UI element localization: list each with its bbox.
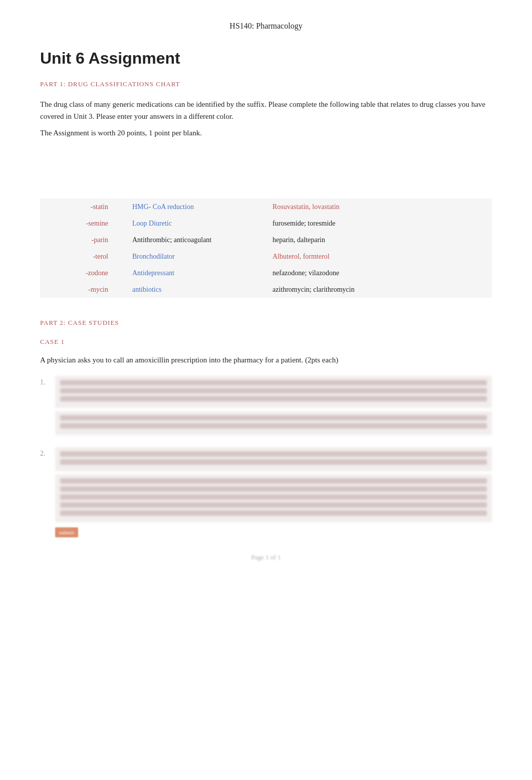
suffix-semine: -semine [40,215,120,232]
class-parin: Antithrombic; anticoagulant [120,232,260,248]
blurred-line [60,478,487,484]
orange-tag: submit [55,527,78,538]
blurred-line [60,388,487,394]
examples-mycin: azithromycin; clarithromycin [260,281,492,298]
table-row: -statin HMG- CoA reduction Rosuvastatin,… [40,199,492,215]
examples-statin: Rosuvastatin, lovastatin [260,199,492,215]
suffix-statin: -statin [40,199,120,215]
case1-heading: Case 1 [40,337,492,347]
blurred-line [60,494,487,500]
part1-heading: Part 1: Drug Classifications Chart [40,79,492,89]
question1-blurred-text [55,376,492,408]
question2-content: submit [55,447,492,538]
case1-question1: 1. [40,376,492,438]
examples-zodone: nefazodone; vilazodone [260,265,492,281]
intro-text: The drug class of many generic medicatio… [40,98,492,122]
examples-terol: Albuterol, formterol [260,248,492,265]
blurred-line [60,415,487,421]
suffix-terol: -terol [40,248,120,265]
table-row: -semine Loop Diuretic furosemide; toresm… [40,215,492,232]
table-row: -mycin antibiotics azithromycin; clarith… [40,281,492,298]
drug-classifications-table: -statin HMG- CoA reduction Rosuvastatin,… [40,199,492,298]
blurred-line [60,451,487,457]
class-zodone: Antidepressant [120,265,260,281]
part2-heading: Part 2: Case Studies [40,318,492,328]
class-statin: HMG- CoA reduction [120,199,260,215]
suffix-zodone: -zodone [40,265,120,281]
page-title: Unit 6 Assignment [40,46,492,70]
blurred-line [60,423,487,429]
question2-answer-area [55,474,492,522]
question2-blurred-text [55,447,492,471]
examples-semine: furosemide; toresmide [260,215,492,232]
case1-intro: A physician asks you to call an amoxicil… [40,354,492,366]
blurred-line [60,396,487,402]
blurred-line [60,459,487,465]
blurred-line [60,486,487,492]
table-row: -parin Antithrombic; anticoagulant hepar… [40,232,492,248]
blurred-line [60,380,487,385]
page-footer: Page 1 of 1 [40,552,492,562]
examples-parin: heparin, dalteparin [260,232,492,248]
blurred-line [60,510,487,516]
question-number: 2. [40,447,50,538]
suffix-parin: -parin [40,232,120,248]
class-terol: Bronchodilator [120,248,260,265]
class-semine: Loop Diuretic [120,215,260,232]
question1-answer-area [55,411,492,435]
suffix-mycin: -mycin [40,281,120,298]
points-note: The Assignment is worth 20 points, 1 poi… [40,127,492,139]
table-row: -zodone Antidepressant nefazodone; vilaz… [40,265,492,281]
page-header: HS140: Pharmacology [40,20,492,32]
blurred-line [60,502,487,508]
case1-question2: 2. submit [40,447,492,538]
table-row: -terol Bronchodilator Albuterol, formter… [40,248,492,265]
class-mycin: antibiotics [120,281,260,298]
question1-content [55,376,492,438]
question-number: 1. [40,376,50,438]
